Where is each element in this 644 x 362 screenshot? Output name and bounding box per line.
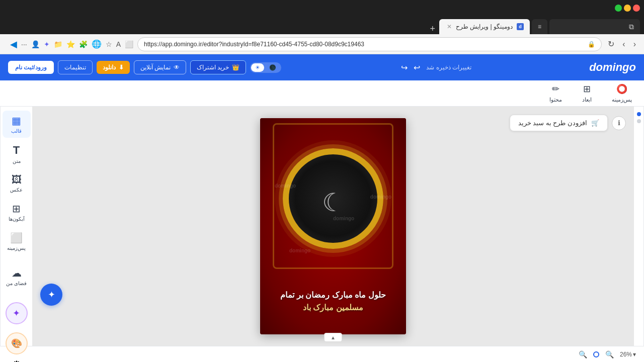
ai-icon: ✦ xyxy=(13,308,20,319)
tab-favicon: d xyxy=(517,23,524,30)
new-tab-btn[interactable]: + xyxy=(428,24,437,34)
preview-btn[interactable]: 👁 نمایش آنلاین xyxy=(134,60,186,74)
win-close-btn[interactable] xyxy=(633,5,640,12)
tab-sidebar-toggle[interactable]: ≡ xyxy=(532,19,547,34)
buy-subscription-btn[interactable]: 👑 خرید اشتراک xyxy=(190,60,246,74)
sidebar-item-icons[interactable]: ⊞ آیکون‌ها xyxy=(3,199,31,226)
bg-label: پس‌زمینه xyxy=(7,245,26,251)
title-bar xyxy=(0,0,644,16)
redo-btn[interactable]: ↪ xyxy=(399,61,410,74)
content-tool-label: محتوا xyxy=(549,97,562,103)
more-icon[interactable]: ··· xyxy=(21,40,27,48)
zoom-out-icon: 🔍 xyxy=(605,350,614,358)
undo-redo-group: ↩ ↪ xyxy=(399,61,422,74)
sidebar-extra-btn-2[interactable]: 🎨 xyxy=(6,332,28,354)
toolbar: ⭕ پس‌زمینه ⊞ ابعاد ✏ محتوا xyxy=(0,80,644,107)
profile-icon[interactable]: 👤 xyxy=(31,40,40,48)
watermark-4: domingo xyxy=(370,194,391,200)
settings-btn[interactable]: تنظیمات xyxy=(58,60,93,74)
tab-search-icon[interactable]: ⬜ xyxy=(125,40,133,48)
add-to-cart-bar: ℹ 🛒 افزودن طرح به سبد خرید xyxy=(510,115,626,131)
canvas-text: حلول ماه مبارک رمضان بر تمام مسلمین مبار… xyxy=(260,289,406,314)
zoom-dropdown[interactable]: ▾ 26% xyxy=(620,351,636,358)
main-layout: ℹ 🛒 افزودن طرح به سبد خرید ☾ domingo dom… xyxy=(0,107,644,346)
save-status-text: تغییرات ذخیره شد xyxy=(426,64,471,71)
app-logo: domingo xyxy=(589,61,636,74)
left-mini-panel xyxy=(634,107,644,346)
edge-icon[interactable]: 🌐 xyxy=(92,39,102,49)
refresh-btn[interactable]: ↻ xyxy=(606,37,616,51)
sidebar-extra-btn-1[interactable]: ✦ xyxy=(6,302,28,324)
light-mode-btn[interactable]: ☀ xyxy=(251,63,264,72)
new-tab-icon[interactable]: ⧉ xyxy=(549,19,640,34)
watermark-3: domingo xyxy=(289,248,310,253)
magic-icon: ✦ xyxy=(48,289,55,300)
canvas-area: ℹ 🛒 افزودن طرح به سبد خرید ☾ domingo dom… xyxy=(32,107,634,346)
header-right: 🌑 ☀ 👑 خرید اشتراک 👁 نمایش آنلاین ⬇ دانلو… xyxy=(8,60,281,74)
text-icon: T xyxy=(13,144,20,157)
favorites-icon[interactable]: ⭐ xyxy=(66,40,75,48)
active-tab[interactable]: d دومینگو | ویرایش طرح ✕ xyxy=(439,19,530,34)
url-bar[interactable]: 🔒 https://app.domingo.ir/editor?industry… xyxy=(137,37,602,51)
mini-dot-1[interactable] xyxy=(637,112,641,116)
eye-icon: 👁 xyxy=(174,64,180,71)
text-label: متن xyxy=(13,158,21,164)
edge-sidebar-icon[interactable]: ◀ xyxy=(10,39,17,50)
browser-ai-icon[interactable]: ✦ xyxy=(44,40,50,48)
right-sidebar: ▦ قالب T متن 🖼 عکس ⊞ آیکون‌ها ⬜ پس‌زمینه… xyxy=(0,107,32,346)
tool-content[interactable]: ✏ محتوا xyxy=(545,81,566,105)
tool-dimensions[interactable]: ⊞ ابعاد xyxy=(578,81,596,105)
sidebar-item-text[interactable]: T متن xyxy=(3,140,31,168)
floating-action-btn[interactable]: ✦ xyxy=(40,284,62,306)
design-canvas[interactable]: ☾ domingo domingo domingo domingo حلول م… xyxy=(260,118,406,334)
icons-icon: ⊞ xyxy=(12,203,21,215)
canvas-text-line1: حلول ماه مبارک رمضان بر تمام xyxy=(260,289,406,302)
chevron-up-icon: ▲ xyxy=(331,335,336,340)
url-text: https://app.domingo.ir/editor?industryId… xyxy=(144,41,585,48)
sidebar-gear-btn[interactable]: ⚙ xyxy=(12,358,21,362)
content-tool-icon: ✏ xyxy=(552,83,559,95)
cart-icon: 🛒 xyxy=(591,119,599,127)
tool-background[interactable]: ⭕ پس‌زمینه xyxy=(608,81,636,105)
undo-btn[interactable]: ↩ xyxy=(412,61,422,74)
zoom-in-btn[interactable]: 🔍 xyxy=(577,349,589,359)
zoom-out-btn[interactable]: 🔍 xyxy=(603,349,616,359)
photo-icon: 🖼 xyxy=(12,174,22,186)
canvas-wrapper: ☾ domingo domingo domingo domingo حلول م… xyxy=(260,118,406,334)
reader-mode-icon[interactable]: A xyxy=(116,40,121,48)
login-btn[interactable]: ورود/ثبت نام xyxy=(8,61,54,74)
watermark-1: domingo xyxy=(275,183,296,189)
ornament-ring: ☾ xyxy=(283,148,383,249)
download-btn[interactable]: ⬇ دانلود xyxy=(97,61,130,74)
palette-icon: 🎨 xyxy=(11,338,22,349)
watermark-2: domingo xyxy=(333,216,354,221)
win-max-btn[interactable] xyxy=(615,5,622,12)
icons-label: آیکون‌ها xyxy=(9,216,25,222)
back-btn[interactable]: ‹ xyxy=(631,38,638,51)
info-btn[interactable]: ℹ xyxy=(612,116,626,130)
download-icon: ⬇ xyxy=(119,64,124,71)
bookmark-icon[interactable]: ☆ xyxy=(106,40,112,48)
dark-mode-btn[interactable]: 🌑 xyxy=(265,63,280,72)
collections-icon[interactable]: 📁 xyxy=(54,40,62,48)
background-tool-label: پس‌زمینه xyxy=(612,97,632,103)
forward-btn[interactable]: › xyxy=(620,38,627,51)
win-min-btn[interactable] xyxy=(624,5,631,12)
sidebar-item-background[interactable]: ⬜ پس‌زمینه xyxy=(3,228,31,255)
tab-close-btn[interactable]: ✕ xyxy=(447,23,452,30)
dimensions-tool-label: ابعاد xyxy=(582,97,592,103)
sidebar-item-upload[interactable]: ☁ فضای من xyxy=(3,263,31,290)
zoom-indicator xyxy=(593,351,599,357)
tab-title: دومینگو | ویرایش طرح xyxy=(456,23,513,30)
win-controls xyxy=(615,5,640,12)
add-to-cart-btn[interactable]: 🛒 افزودن طرح به سبد خرید xyxy=(510,115,608,131)
collapse-btn[interactable]: ▲ xyxy=(324,333,342,342)
header-center: تغییرات ذخیره شد ↩ ↪ xyxy=(399,61,471,74)
sidebar-item-photo[interactable]: 🖼 عکس xyxy=(3,170,31,197)
extensions-icon[interactable]: 🧩 xyxy=(79,40,88,48)
theme-toggle[interactable]: 🌑 ☀ xyxy=(250,62,281,73)
zoom-in-icon: 🔍 xyxy=(579,350,587,358)
sidebar-item-template[interactable]: ▦ قالب xyxy=(3,111,31,138)
app-header: domingo تغییرات ذخیره شد ↩ ↪ 🌑 ☀ 👑 خرید … xyxy=(0,54,644,80)
mini-dot-2[interactable] xyxy=(637,119,641,123)
